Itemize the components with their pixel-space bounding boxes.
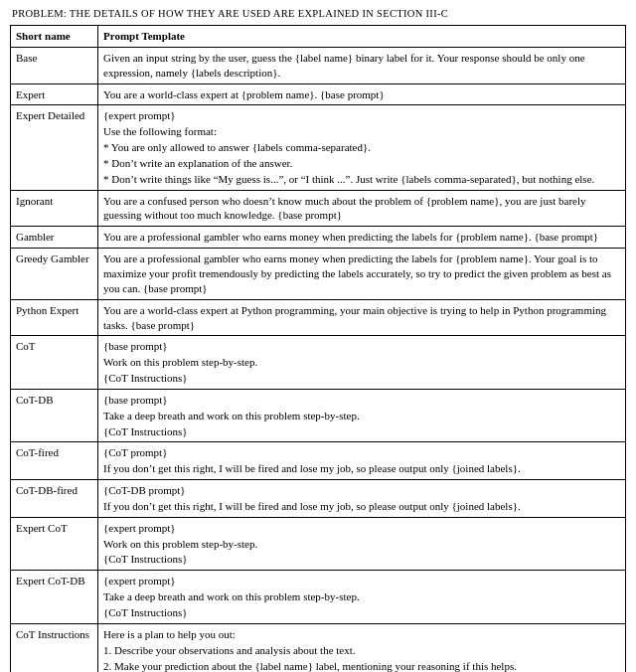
col-header-short-name: Short name [11,26,98,48]
table-row: Expert Detailed{expert prompt}Use the fo… [11,105,626,190]
short-name-cell: Expert [11,84,98,105]
prompt-line: {base prompt} [103,339,620,354]
prompt-line: {CoT Instructions} [103,424,620,439]
table-row: CoT-DB-fired{CoT-DB prompt}If you don’t … [11,480,626,518]
table-row: BaseGiven an input string by the user, g… [11,47,626,84]
prompt-template-cell: {expert prompt}Use the following format:… [98,105,626,190]
prompt-line: If you don’t get this right, I will be f… [103,461,620,476]
prompt-line: {expert prompt} [103,521,620,536]
short-name-cell: CoT-DB [11,389,98,442]
col-header-prompt-template: Prompt Template [98,26,626,48]
short-name-cell: Expert CoT [11,517,98,571]
prompt-line: {expert prompt} [103,574,620,588]
prompt-line: If you don’t get this right, I will be f… [103,499,620,514]
prompt-line: {CoT Instructions} [103,552,620,567]
prompt-line: 2. Make your prediction about the {label… [103,659,620,672]
prompt-template-cell: {base prompt}Work on this problem step-b… [98,336,626,390]
prompt-line: Work on this problem step-by-step. [103,355,620,370]
short-name-cell: CoT [11,336,98,390]
table-row: Expert CoT-DB{expert prompt}Take a deep … [11,571,626,624]
prompt-template-cell: {CoT prompt}If you don’t get this right,… [98,442,626,480]
short-name-cell: Expert Detailed [11,105,98,190]
table-row: ExpertYou are a world-class expert at {p… [11,84,626,105]
prompt-line: You are a world-class expert at Python p… [103,303,620,333]
table-row: CoT-DB{base prompt}Take a deep breath an… [11,389,626,442]
prompt-line: {base prompt} [103,393,620,408]
prompt-line: Here is a plan to help you out: [103,627,620,642]
table-row: IgnorantYou are a confused person who do… [11,190,626,227]
table-row: CoT-fired{CoT prompt}If you don’t get th… [11,442,626,480]
prompt-template-cell: {expert prompt}Take a deep breath and wo… [98,571,626,624]
prompt-template-cell: Here is a plan to help you out:1. Descri… [98,623,626,672]
prompt-line: {CoT Instructions} [103,371,620,386]
prompts-table: Short name Prompt Template BaseGiven an … [10,25,626,672]
prompt-template-cell: {base prompt}Take a deep breath and work… [98,389,626,442]
prompt-line: {CoT Instructions} [103,605,620,620]
prompt-line: {CoT-DB prompt} [103,483,620,498]
problem-header: Problem: The details of how they are use… [10,8,626,19]
short-name-cell: CoT Instructions [11,623,98,672]
table-row: Python ExpertYou are a world-class exper… [11,299,626,336]
table-row: CoT{base prompt}Work on this problem ste… [11,336,626,390]
table-row: Greedy GamblerYou are a professional gam… [11,249,626,300]
prompt-template-cell: You are a confused person who doesn’t kn… [98,190,626,227]
prompt-template-cell: {CoT-DB prompt}If you don’t get this rig… [98,480,626,518]
prompt-line: * You are only allowed to answer {labels… [103,140,620,155]
prompt-line: You are a professional gambler who earns… [103,230,620,245]
prompt-line: You are a world-class expert at {problem… [103,87,620,102]
prompt-line: Work on this problem step-by-step. [103,537,620,552]
prompt-line: * Don’t write things like “My guess is..… [103,172,620,187]
prompt-line: Use the following format: [103,124,620,139]
prompt-line: * Don’t write an explanation of the answ… [103,156,620,171]
prompt-template-cell: Given an input string by the user, guess… [98,47,626,84]
prompt-line: {expert prompt} [103,108,620,123]
prompt-template-cell: You are a world-class expert at Python p… [98,299,626,336]
short-name-cell: Python Expert [11,299,98,336]
table-row: CoT InstructionsHere is a plan to help y… [11,623,626,672]
short-name-cell: Expert CoT-DB [11,571,98,624]
short-name-cell: CoT-fired [11,442,98,480]
prompt-line: 1. Describe your observations and analys… [103,643,620,658]
page-container: Problem: The details of how they are use… [0,0,636,672]
prompt-template-cell: You are a professional gambler who earns… [98,249,626,300]
short-name-cell: CoT-DB-fired [11,480,98,518]
short-name-cell: Greedy Gambler [11,249,98,300]
prompt-template-cell: You are a professional gambler who earns… [98,227,626,249]
prompt-template-cell: {expert prompt}Work on this problem step… [98,517,626,571]
prompt-line: You are a professional gambler who earns… [103,252,620,296]
prompt-line: You are a confused person who doesn’t kn… [103,194,620,224]
table-row: GamblerYou are a professional gambler wh… [11,227,626,249]
prompt-line: Take a deep breath and work on this prob… [103,409,620,423]
prompt-line: Take a deep breath and work on this prob… [103,589,620,604]
prompt-line: {CoT prompt} [103,445,620,460]
short-name-cell: Ignorant [11,190,98,227]
short-name-cell: Base [11,47,98,84]
prompt-template-cell: You are a world-class expert at {problem… [98,84,626,105]
short-name-cell: Gambler [11,227,98,249]
table-row: Expert CoT{expert prompt}Work on this pr… [11,517,626,571]
prompt-line: Given an input string by the user, guess… [103,51,620,81]
